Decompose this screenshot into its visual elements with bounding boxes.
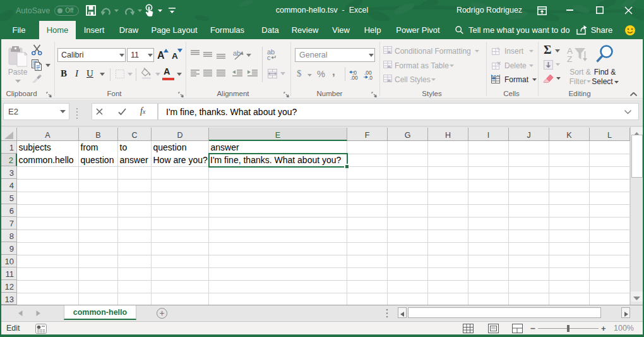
svg-text:.0: .0 [368,75,373,80]
svg-text:.00: .00 [350,75,358,80]
svg-text:c: c [267,54,271,60]
svg-text:ab: ab [233,50,241,57]
svg-text:Z: Z [567,54,572,63]
